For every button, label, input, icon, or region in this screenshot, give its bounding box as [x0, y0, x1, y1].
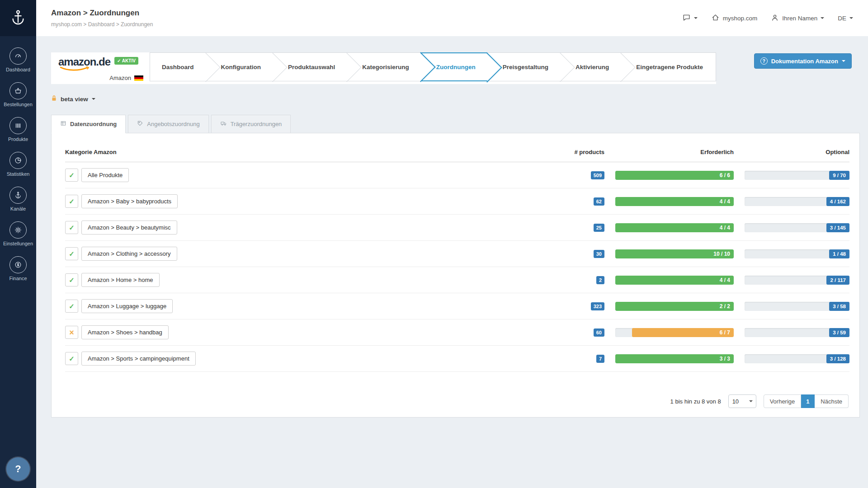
- table-row: ✓ Amazon > Home > home 2 4 / 4: [65, 267, 849, 293]
- barcode-icon: [9, 117, 27, 134]
- products-count-badge: 509: [591, 171, 604, 179]
- optional-progress: 3 / 58: [745, 302, 849, 311]
- required-progress-label: 4 / 4: [720, 225, 730, 231]
- category-chip[interactable]: Amazon > Shoes > handbag: [81, 325, 169, 339]
- channels-anchor-icon: [9, 187, 27, 204]
- row-status-toggle[interactable]: ✓: [65, 195, 78, 208]
- sidebar-item-dashboard[interactable]: Dashboard: [0, 42, 36, 77]
- status-icon: ✓: [69, 355, 75, 362]
- required-progress-fill: 6 / 6: [615, 171, 734, 180]
- channel-tab[interactable]: Kategorisierung: [347, 52, 421, 81]
- channel-tab-label: Zuordnungen: [436, 64, 476, 70]
- shop-link-label: myshop.com: [723, 15, 758, 22]
- optional-progress: 9 / 70: [745, 171, 849, 180]
- category-chip[interactable]: Amazon > Home > home: [81, 273, 160, 287]
- sidebar-item-label: Statistiken: [7, 171, 30, 177]
- col-optional: Optional: [745, 149, 849, 155]
- row-status-toggle[interactable]: ✓: [65, 169, 78, 182]
- required-progress-fill: 4 / 4: [615, 223, 734, 232]
- channel-tab-label: Dashboard: [162, 64, 194, 70]
- products-count-badge: 7: [596, 355, 604, 363]
- channel-tab[interactable]: Preisgestaltung: [487, 52, 560, 81]
- sidebar-item-produkte[interactable]: Produkte: [0, 112, 36, 147]
- sidebar-item-einstellungen[interactable]: Einstellungen: [0, 216, 36, 251]
- channel-tab[interactable]: Aktivierung: [560, 52, 621, 81]
- channel-tab[interactable]: Eingetragene Produkte: [621, 52, 716, 81]
- optional-progress: 3 / 59: [745, 328, 849, 337]
- orders-basket-icon: [9, 82, 27, 99]
- optional-progress: 4 / 162: [745, 197, 849, 206]
- chevron-down-icon: [842, 60, 845, 62]
- next-page-button[interactable]: Nächste: [815, 394, 849, 408]
- offer-tag-icon: [137, 120, 143, 128]
- beta-view-toggle[interactable]: beta view: [51, 95, 95, 103]
- carrier-truck-icon: [220, 120, 227, 128]
- channel-tab[interactable]: Produktauswahl: [273, 52, 347, 81]
- required-progress-label: 10 / 10: [713, 251, 730, 257]
- products-count-badge: 62: [594, 197, 604, 206]
- row-status-toggle[interactable]: ✓: [65, 273, 78, 286]
- products-count-badge: 30: [594, 250, 604, 258]
- current-page-button[interactable]: 1: [801, 394, 815, 408]
- required-progress: 10 / 10: [615, 249, 734, 258]
- channel-name: Amazon: [109, 75, 131, 81]
- table-row: ✓ Amazon > Sports > campingequipment 7 3…: [65, 346, 849, 372]
- sidebar-item-finance[interactable]: Finance: [0, 251, 36, 286]
- channel-tab-label: Konfiguration: [221, 64, 261, 70]
- breadcrumb: myshop.com > Dashboard > Zuordnungen: [51, 21, 153, 28]
- category-chip[interactable]: Amazon > Beauty > beautymisc: [81, 221, 177, 235]
- optional-count-badge: 9 / 70: [829, 171, 849, 180]
- language-menu[interactable]: DE: [838, 15, 853, 22]
- category-chip[interactable]: Amazon > Clothing > accessory: [81, 247, 177, 261]
- tab-datenzuordnung[interactable]: Datenzuordnung: [51, 115, 126, 133]
- col-erforderlich: Erforderlich: [615, 149, 734, 155]
- category-chip[interactable]: Amazon > Baby > babyproducts: [81, 194, 178, 208]
- sidebar-item-statistiken[interactable]: Statistiken: [0, 147, 36, 182]
- table-row: ✓ Amazon > Luggage > luggage 323 2 / 2: [65, 293, 849, 319]
- sidebar-item-bestellungen[interactable]: Bestellungen: [0, 77, 36, 112]
- category-chip[interactable]: Amazon > Sports > campingequipment: [81, 352, 196, 366]
- row-status-toggle[interactable]: ✓: [65, 221, 78, 234]
- sidebar-item-kanaele[interactable]: Kanäle: [0, 182, 36, 216]
- help-button[interactable]: ?: [6, 457, 30, 481]
- anchor-logo-icon: [9, 9, 27, 28]
- lock-icon: [51, 95, 57, 103]
- row-status-toggle[interactable]: ✓: [65, 300, 78, 313]
- status-icon: ✓: [69, 224, 75, 231]
- required-progress-fill: 2 / 2: [615, 302, 734, 311]
- category-chip[interactable]: Amazon > Luggage > luggage: [81, 299, 173, 313]
- messages-menu[interactable]: [682, 13, 698, 23]
- beta-view-label: beta view: [61, 96, 88, 103]
- channel-tab-label: Aktivierung: [576, 64, 609, 70]
- category-chip[interactable]: Alle Produkte: [81, 168, 129, 182]
- brand-logo[interactable]: [0, 0, 36, 36]
- row-status-toggle[interactable]: ×: [65, 326, 78, 339]
- shop-home-link[interactable]: myshop.com: [711, 13, 758, 23]
- chat-bubble-icon: [682, 13, 691, 23]
- page-size-select[interactable]: 10: [728, 394, 756, 408]
- channel-tab[interactable]: Konfiguration: [206, 52, 273, 81]
- optional-count-badge: 4 / 162: [826, 197, 849, 206]
- status-icon: ✓: [69, 198, 75, 205]
- user-menu[interactable]: Ihren Namen: [771, 14, 824, 23]
- optional-count-badge: 1 / 48: [829, 249, 849, 258]
- tab-angebotszuordnung[interactable]: Angebotszuordnung: [128, 115, 208, 133]
- optional-count-badge: 3 / 58: [829, 302, 849, 311]
- required-progress: 4 / 4: [615, 197, 734, 206]
- page-size-select-wrap: 10: [728, 394, 756, 408]
- channel-tab-label: Eingetragene Produkte: [636, 64, 703, 70]
- documentation-button[interactable]: ? Dokumentation Amazon: [754, 53, 852, 69]
- prev-page-button[interactable]: Vorherige: [764, 394, 802, 408]
- optional-progress: 2 / 117: [745, 276, 849, 285]
- row-status-toggle[interactable]: ✓: [65, 247, 78, 260]
- channel-tab-bar: Dashboard Konfiguration Produktauswahl K…: [150, 52, 716, 81]
- row-status-toggle[interactable]: ✓: [65, 352, 78, 365]
- optional-count-badge: 2 / 117: [826, 276, 849, 285]
- required-progress-fill: 6 / 7: [632, 328, 734, 337]
- sidebar-item-label: Kanäle: [10, 206, 26, 211]
- channel-tab[interactable]: Zuordnungen: [421, 52, 487, 81]
- tab-traegerzuordnungen[interactable]: Trägerzuordnungen: [211, 115, 291, 133]
- table-row: ✓ Alle Produkte 509 6 / 6 9 /: [65, 162, 849, 188]
- channel-card: amazon.de ✓ AKTIV Amazon Dash: [51, 52, 716, 84]
- channel-tab[interactable]: Dashboard: [150, 52, 206, 81]
